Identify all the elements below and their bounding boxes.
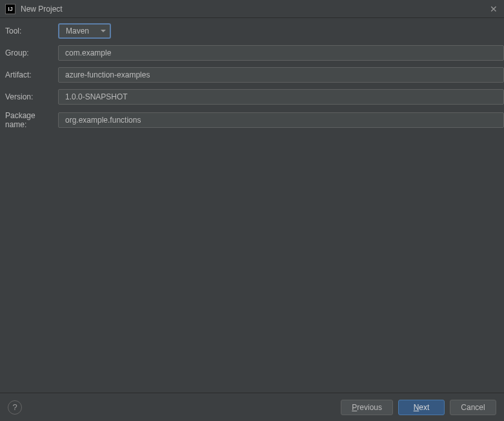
previous-rest: revious <box>357 403 382 412</box>
package-input[interactable] <box>58 112 504 128</box>
artifact-input[interactable] <box>58 67 504 83</box>
package-row: Package name: <box>5 111 504 129</box>
version-row: Version: <box>5 89 504 105</box>
tool-row: Tool: Maven <box>5 23 504 39</box>
titlebar: IJ New Project ✕ <box>0 0 504 18</box>
close-icon[interactable]: ✕ <box>489 4 499 14</box>
package-label: Package name: <box>5 111 58 129</box>
group-row: Group: <box>5 45 504 61</box>
window-title: New Project <box>21 5 489 14</box>
artifact-row: Artifact: <box>5 67 504 83</box>
group-label: Group: <box>5 48 58 57</box>
app-icon: IJ <box>5 4 15 14</box>
cancel-button[interactable]: Cancel <box>450 400 496 415</box>
version-input[interactable] <box>58 89 504 105</box>
chevron-down-icon <box>101 30 106 32</box>
tool-dropdown[interactable]: Maven <box>58 23 111 39</box>
next-rest: ext <box>419 403 429 412</box>
group-input[interactable] <box>58 45 504 61</box>
footer: ? Previous Next Cancel <box>0 393 504 421</box>
tool-label: Tool: <box>5 26 58 36</box>
form-area: Tool: Maven Group: Artifact: Version: Pa… <box>0 18 504 129</box>
version-label: Version: <box>5 92 58 101</box>
help-button[interactable]: ? <box>8 400 22 415</box>
tool-dropdown-value: Maven <box>66 26 89 36</box>
next-button[interactable]: Next <box>398 400 445 415</box>
previous-button[interactable]: Previous <box>341 400 393 415</box>
artifact-label: Artifact: <box>5 70 58 79</box>
